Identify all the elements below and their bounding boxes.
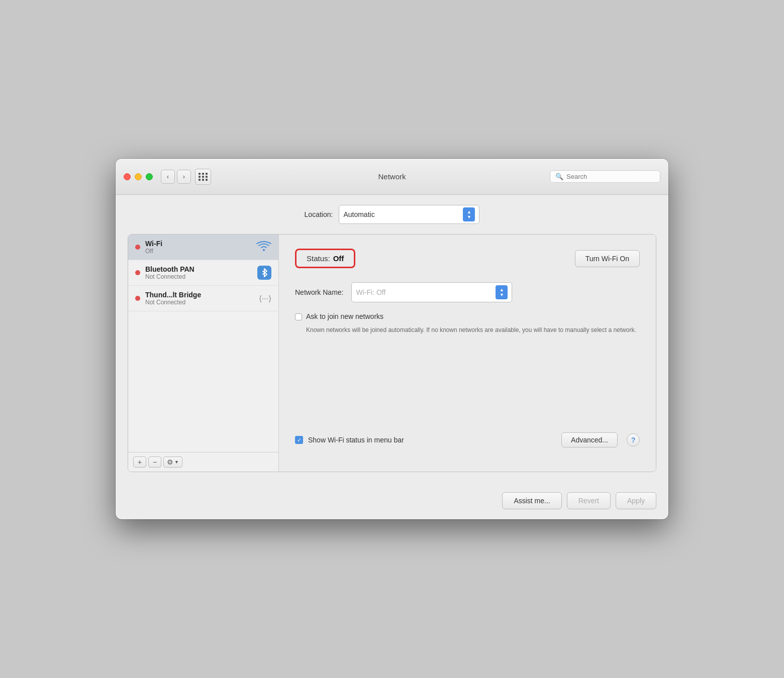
search-box[interactable]: 🔍 — [550, 170, 660, 183]
back-button[interactable]: ‹ — [161, 170, 175, 184]
bluetooth-name: Bluetooth PAN — [145, 265, 252, 273]
minimize-button[interactable] — [135, 173, 142, 180]
apply-button[interactable]: Apply — [616, 492, 656, 509]
ask-join-row: Ask to join new networks — [295, 312, 640, 320]
search-icon: 🔍 — [555, 173, 563, 180]
checkmark-icon: ✓ — [297, 437, 302, 443]
advanced-button[interactable]: Advanced... — [561, 432, 618, 447]
show-status-row: ✓ Show Wi-Fi status in menu bar Advanced… — [295, 432, 640, 447]
gear-menu-button[interactable]: ⚙ ▼ — [163, 457, 182, 468]
bottom-buttons: Assist me... Revert Apply — [116, 482, 668, 519]
network-name-select[interactable]: Wi-Fi: Off ▲ ▼ — [351, 282, 512, 302]
network-name-row: Network Name: Wi-Fi: Off ▲ ▼ — [295, 282, 640, 302]
remove-network-button[interactable]: − — [148, 457, 161, 468]
bluetooth-info: Bluetooth PAN Not Connected — [145, 265, 252, 280]
main-window: ‹ › Network 🔍 Location: Automatic ▲ ▼ — [116, 159, 668, 519]
location-select[interactable]: Automatic ▲ ▼ — [339, 205, 479, 224]
detail-footer: ✓ Show Wi-Fi status in menu bar Advanced… — [295, 432, 640, 458]
detail-spacer — [295, 334, 640, 432]
bluetooth-status-dot — [135, 270, 140, 275]
search-input[interactable] — [566, 173, 655, 180]
location-value: Automatic — [343, 210, 374, 218]
ask-join-checkbox[interactable] — [295, 313, 302, 320]
gear-icon: ⚙ — [167, 458, 173, 466]
ask-join-description: Known networks will be joined automatica… — [306, 325, 640, 334]
grid-button[interactable] — [195, 169, 211, 185]
location-row: Location: Automatic ▲ ▼ — [128, 205, 656, 224]
window-title: Network — [378, 172, 406, 181]
wifi-info: Wi-Fi Off — [145, 240, 251, 255]
svg-point-0 — [263, 249, 265, 251]
thunderbolt-name: Thund...lt Bridge — [145, 291, 254, 299]
network-stepper-up-icon: ▲ — [500, 288, 504, 292]
wifi-status-dot — [135, 245, 140, 250]
show-status-label: Show Wi-Fi status in menu bar — [308, 436, 404, 444]
stepper-down-icon: ▼ — [467, 215, 471, 219]
stepper-up-icon: ▲ — [467, 210, 471, 214]
thunderbolt-info: Thund...lt Bridge Not Connected — [145, 291, 254, 306]
thunderbolt-status: Not Connected — [145, 299, 254, 306]
status-row: Status: Off Turn Wi-Fi On — [295, 249, 640, 268]
network-stepper-down-icon: ▼ — [500, 293, 504, 297]
network-name-stepper[interactable]: ▲ ▼ — [496, 285, 508, 299]
main-panel: Wi-Fi Off — [128, 234, 656, 472]
sidebar-bottom: + − ⚙ ▼ — [128, 452, 278, 472]
wifi-name: Wi-Fi — [145, 240, 251, 248]
thunderbolt-icon: ⟨···⟩ — [259, 294, 271, 303]
ask-join-label: Ask to join new networks — [306, 312, 383, 320]
sidebar-item-bluetooth[interactable]: Bluetooth PAN Not Connected — [128, 260, 278, 286]
traffic-lights — [124, 173, 153, 180]
bluetooth-icon — [257, 266, 271, 280]
sidebar-item-wifi[interactable]: Wi-Fi Off — [128, 235, 278, 260]
sidebar-spacer — [128, 311, 278, 452]
wifi-icon — [256, 241, 271, 254]
status-value: Off — [333, 254, 344, 263]
detail-panel: Status: Off Turn Wi-Fi On Network Name: … — [279, 235, 656, 472]
close-button[interactable] — [124, 173, 131, 180]
help-button[interactable]: ? — [627, 433, 640, 446]
bluetooth-status: Not Connected — [145, 273, 252, 280]
status-label: Status: — [307, 254, 330, 263]
network-name-label: Network Name: — [295, 288, 343, 296]
sidebar: Wi-Fi Off — [128, 235, 279, 472]
sidebar-item-thunderbolt[interactable]: Thund...lt Bridge Not Connected ⟨···⟩ — [128, 286, 278, 311]
wifi-status: Off — [145, 248, 251, 255]
add-network-button[interactable]: + — [133, 457, 146, 468]
location-label: Location: — [305, 210, 333, 218]
thunderbolt-status-dot — [135, 296, 140, 301]
maximize-button[interactable] — [146, 173, 153, 180]
content-area: Location: Automatic ▲ ▼ Wi-Fi Off — [116, 195, 668, 482]
revert-button[interactable]: Revert — [567, 492, 611, 509]
assist-me-button[interactable]: Assist me... — [502, 492, 561, 509]
turn-wifi-button[interactable]: Turn Wi-Fi On — [575, 250, 640, 267]
nav-buttons: ‹ › — [161, 170, 191, 184]
title-bar: ‹ › Network 🔍 — [116, 159, 668, 195]
network-name-value: Wi-Fi: Off — [356, 288, 385, 296]
show-status-checkbox[interactable]: ✓ — [295, 436, 303, 444]
forward-button[interactable]: › — [177, 170, 191, 184]
gear-chevron-icon: ▼ — [174, 460, 179, 465]
location-stepper[interactable]: ▲ ▼ — [463, 207, 475, 221]
status-badge: Status: Off — [295, 249, 355, 268]
